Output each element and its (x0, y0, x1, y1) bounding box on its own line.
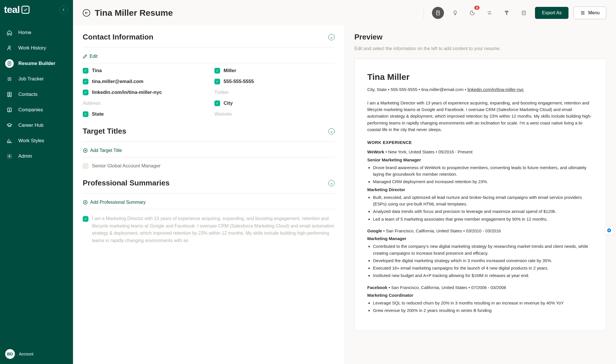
job: WeWork • New York, United States • 05/20… (367, 149, 593, 222)
sidebar-item-resume-builder[interactable]: Resume Builder (0, 56, 73, 71)
plus-circle-icon (83, 200, 88, 205)
address-placeholder: Address (83, 100, 100, 106)
sidebar-item-admin[interactable]: Admin (0, 149, 73, 164)
section-target-titles: Target Titles ⌄ (83, 123, 335, 140)
tool-notes[interactable] (518, 7, 530, 19)
graduation-icon (5, 121, 14, 130)
field-email[interactable]: ✓ tina.miller@email.com (83, 79, 203, 84)
work-experience-heading: WORK EXPERIENCE (367, 139, 593, 146)
back-button[interactable] (83, 9, 90, 17)
sidebar-item-career-hub[interactable]: Career Hub (0, 118, 73, 133)
checkbox[interactable]: ✓ (214, 79, 220, 84)
field-linkedin[interactable]: ✓ linkedin.com/in/tina-miller-nyc (83, 90, 203, 95)
summary-text: I am a Marketing Director with 13 years … (92, 215, 335, 244)
edit-label: Edit (90, 54, 98, 59)
sidebar-item-label: Home (18, 30, 31, 35)
target-title-label: Senior Global Account Manager (92, 163, 161, 169)
job-title: Marketing Director (367, 186, 593, 193)
section-summaries: Professional Summaries ⌄ (83, 175, 335, 191)
summary-item[interactable]: ✓ I am a Marketing Director with 13 year… (83, 215, 335, 244)
sidebar-item-label: Work Styles (18, 138, 44, 144)
job-bullet: Executed 16+ email marketing campaigns f… (373, 265, 593, 271)
menu-button[interactable]: Menu (574, 7, 606, 19)
sidebar-item-label: Admin (18, 153, 32, 159)
edit-contact-button[interactable]: Edit (83, 52, 335, 61)
export-button[interactable]: Export As (535, 7, 568, 19)
field-phone[interactable]: ✓ 555-555-5555 (214, 79, 335, 84)
pencil-icon (83, 54, 87, 59)
field-last-name[interactable]: ✓ Miller (214, 68, 335, 74)
notification-badge: 8 (474, 6, 479, 10)
sidebar-item-home[interactable]: Home (0, 25, 73, 40)
job-bullet: Built, executed, and optimized all lead … (373, 194, 593, 207)
job-title: Senior Marketing Manager (367, 157, 593, 163)
field-city[interactable]: ✓ City (214, 100, 335, 106)
sidebar-item-work-styles[interactable]: Work Styles (0, 133, 73, 149)
section-contact-title: Contact Information ⌄ (83, 29, 335, 46)
field-address[interactable]: Address (83, 100, 203, 106)
collapse-section-icon[interactable]: ⌄ (328, 34, 335, 40)
checkbox[interactable]: ✓ (83, 90, 88, 95)
tool-format[interactable] (501, 7, 513, 19)
tool-compare[interactable] (483, 7, 495, 19)
resume-contact: City, State • 555-555-5555 • tina.miller… (367, 86, 593, 93)
field-twitter[interactable]: Twitter (214, 90, 335, 95)
sidebar-item-job-tracker[interactable]: Job Tracker (0, 71, 73, 87)
job: Google • San Francisco, California, Unit… (367, 228, 593, 279)
collapse-section-icon[interactable]: ⌄ (328, 180, 335, 186)
field-website[interactable]: Website (214, 111, 335, 117)
collapse-section-icon[interactable]: ⌄ (328, 128, 335, 134)
job-bullet: Managed CRM deployment and increased ret… (373, 178, 593, 185)
tool-analysis[interactable]: 8 (466, 7, 478, 19)
preview-hint: Edit and select the information on the l… (354, 44, 606, 59)
tracker-icon (5, 75, 14, 83)
person-icon (5, 44, 14, 52)
sidebar-item-label: Job Tracker (18, 76, 44, 82)
twitter-placeholder: Twitter (214, 90, 229, 95)
resume-summary: I am a Marketing Director with 13 years … (367, 100, 593, 133)
sidebar-item-label: Resume Builder (18, 61, 55, 66)
page-title: Tina Miller Resume (95, 8, 173, 18)
last-name-value: Miller (224, 68, 236, 74)
sidebar-item-work-history[interactable]: Work History (0, 40, 73, 56)
state-value: State (92, 111, 104, 117)
job-bullet: Developed the digital marketing strategy… (373, 257, 593, 264)
resume-name: Tina Miller (367, 70, 593, 84)
add-summary-button[interactable]: Add Professional Summary (83, 197, 335, 207)
checkbox[interactable]: ✓ (214, 100, 220, 106)
checkbox[interactable]: ✓ (83, 216, 88, 222)
checkbox[interactable] (83, 163, 88, 169)
job-bullet: Drove brand awareness of WeWork to prosp… (373, 164, 593, 178)
tool-document[interactable] (432, 7, 444, 19)
job-title: Marketing Coordinator (367, 292, 593, 298)
checkbox[interactable]: ✓ (83, 79, 88, 84)
home-icon (5, 28, 14, 37)
preview-title: Preview (354, 29, 606, 44)
svg-point-0 (9, 46, 11, 48)
target-title-item[interactable]: Senior Global Account Manager (83, 163, 335, 169)
add-target-title-button[interactable]: Add Target Title (83, 146, 335, 155)
job: Facebook • San Francisco, California, Un… (367, 284, 593, 314)
checkbox[interactable]: ✓ (214, 68, 220, 74)
checkbox[interactable]: ✓ (83, 111, 88, 117)
add-summary-label: Add Professional Summary (90, 200, 146, 205)
linkedin-value: linkedin.com/in/tina-miller-nyc (92, 90, 162, 95)
resume-preview: Tina Miller City, State • 555-555-5555 •… (354, 59, 606, 331)
sidebar: teal Home Work History Resume Builder (0, 0, 73, 364)
account-item[interactable]: BD Account (0, 344, 73, 364)
tool-lightbulb[interactable] (449, 7, 461, 19)
avatar: BD (5, 349, 15, 359)
sidebar-item-companies[interactable]: Companies (0, 102, 73, 118)
field-state[interactable]: ✓ State (83, 111, 203, 117)
resume-linkedin-link[interactable]: linkedin.com/in/tina-miller-nyc (467, 87, 524, 92)
sidebar-item-contacts[interactable]: Contacts (0, 87, 73, 102)
chart-icon (5, 136, 14, 145)
contacts-icon (5, 90, 14, 99)
logo: teal (4, 4, 29, 15)
help-widget[interactable] (605, 226, 614, 235)
checkbox[interactable]: ✓ (83, 68, 88, 74)
sidebar-collapse-button[interactable] (59, 5, 68, 14)
field-first-name[interactable]: ✓ Tina (83, 68, 203, 74)
companies-icon (5, 106, 14, 114)
sidebar-item-label: Contacts (18, 92, 37, 97)
